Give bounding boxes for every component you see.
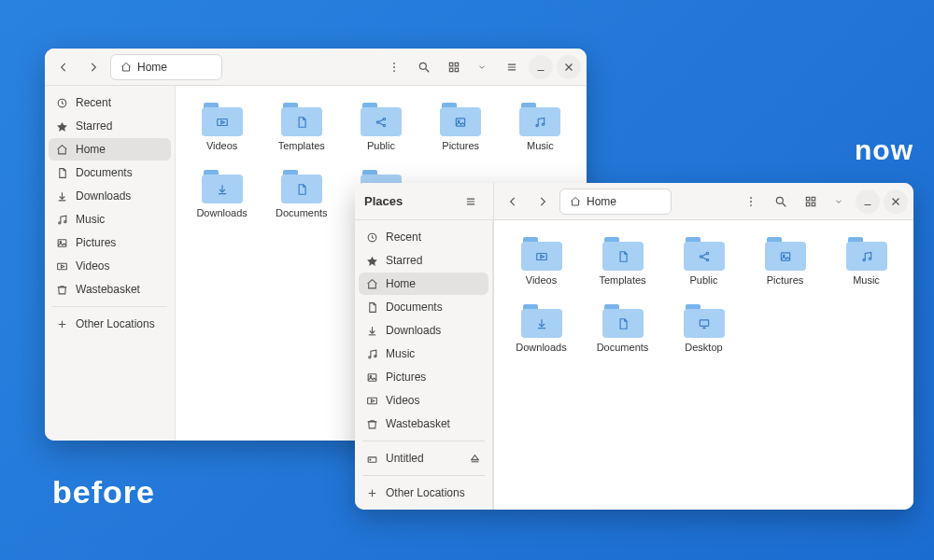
sidebar-item-recent[interactable]: Recent [49,91,171,114]
sidebar-item-documents[interactable]: Documents [359,296,488,318]
doc-icon [616,317,630,330]
sidebar-divider [362,441,485,441]
folder-documents[interactable]: Documents [585,301,660,357]
folder-label: Desktop [685,342,722,353]
sidebar-item-music[interactable]: Music [359,343,488,365]
folder-videos[interactable]: Videos [185,99,259,155]
sidebar-item-home[interactable]: Home [49,138,171,161]
close-button[interactable] [884,189,908,214]
sidebar-item-wastebasket[interactable]: Wastebasket [359,413,488,435]
folder-pictures[interactable]: Pictures [424,99,498,155]
menu-dots-button[interactable] [381,54,407,80]
folder-label: Music [527,140,554,151]
sidebar-item-starred[interactable]: Starred [49,115,171,137]
picture-icon [454,116,467,129]
header-bar: Home [494,183,913,220]
sidebar-item-music[interactable]: Music [49,208,171,231]
folder-downloads[interactable]: Downloads [185,166,259,222]
minimize-button[interactable] [529,55,553,79]
folder-label: Templates [278,140,325,151]
sidebar-label: Documents [76,166,133,179]
sidebar-item-pictures[interactable]: Pictures [359,366,488,388]
folder-templates[interactable]: Templates [264,99,338,155]
sidebar-label: Recent [386,231,421,244]
close-button[interactable] [557,55,581,79]
folder-label: Videos [526,274,557,286]
content-area: Videos Templates Public Pictures Music D… [494,220,913,510]
doc-icon [295,183,308,196]
picture-icon [779,250,792,263]
folder-music[interactable]: Music [503,99,577,155]
hamburger-menu-button[interactable] [499,54,525,80]
path-bar[interactable]: Home [559,189,672,215]
folder-label: Music [853,274,880,286]
sidebar-item-downloads[interactable]: Downloads [49,185,171,207]
sidebar-item-untitled[interactable]: Untitled [359,447,488,469]
doc-icon [616,250,630,263]
sidebar-label: Downloads [386,324,441,337]
sidebar-item-other-locations[interactable]: Other Locations [49,313,171,335]
back-button[interactable] [50,54,77,80]
folder-downloads[interactable]: Downloads [503,301,579,357]
sidebar-title: Places [364,194,403,208]
folder-public[interactable]: Public [666,233,742,289]
sidebar-label: Downloads [76,189,131,203]
sidebar-item-documents[interactable]: Documents [49,161,171,184]
forward-button[interactable] [80,54,106,80]
header-bar: Home [45,49,587,86]
folder-label: Pictures [442,140,479,151]
monitor-icon [698,317,711,330]
sidebar-item-pictures[interactable]: Pictures [49,231,171,254]
icon-view-button[interactable] [441,54,467,80]
sidebar-menu-button[interactable] [458,189,484,215]
search-button[interactable] [411,54,437,80]
sidebar-item-downloads[interactable]: Downloads [359,319,488,342]
sidebar-item-recent[interactable]: Recent [359,226,488,248]
sidebar-label: Wastebasket [386,417,450,430]
sidebar-label: Music [386,347,415,360]
back-button[interactable] [500,189,526,215]
sidebar-label: Videos [76,259,109,273]
sidebar-label: Starred [76,119,112,133]
sidebar-divider [52,306,167,307]
menu-dots-button[interactable] [738,189,764,215]
view-dropdown[interactable] [469,54,495,80]
view-dropdown[interactable] [826,189,852,215]
folder-label: Downloads [516,342,566,353]
folder-pictures[interactable]: Pictures [747,233,823,289]
folder-music[interactable]: Music [828,233,904,289]
sidebar-item-videos[interactable]: Videos [359,389,488,412]
sidebar-item-other-locations[interactable]: Other Locations [359,482,488,504]
folder-templates[interactable]: Templates [585,233,660,289]
sidebar-item-videos[interactable]: Videos [49,255,171,277]
folder-desktop[interactable]: Desktop [666,301,742,357]
video-icon [216,116,229,129]
sidebar-label: Pictures [76,236,116,249]
folder-label: Downloads [196,207,247,218]
search-button[interactable] [768,189,794,215]
sidebar-item-wastebasket[interactable]: Wastebasket [49,278,171,301]
music-icon [860,250,873,263]
forward-button[interactable] [530,189,556,215]
folder-label: Pictures [767,274,804,286]
icon-view-button[interactable] [798,189,824,215]
path-bar[interactable]: Home [110,54,222,80]
annotation-now: now [855,134,913,166]
annotation-before: before [52,474,155,511]
sidebar-label: Home [76,143,106,156]
path-label: Home [587,195,616,208]
path-label: Home [137,61,167,74]
eject-icon[interactable] [469,453,481,465]
folder-documents[interactable]: Documents [264,166,338,222]
sidebar-label: Starred [386,254,422,267]
doc-icon [295,116,308,129]
sidebar-label: Home [386,277,416,290]
sidebar-label: Documents [386,301,443,314]
file-manager-now: Places Recent Starred Home Documents Dow… [355,183,913,510]
folder-videos[interactable]: Videos [503,233,579,289]
home-icon [570,196,581,207]
sidebar-item-starred[interactable]: Starred [359,249,488,272]
folder-public[interactable]: Public [344,99,417,155]
sidebar-item-home[interactable]: Home [359,273,488,295]
minimize-button[interactable] [856,189,880,214]
